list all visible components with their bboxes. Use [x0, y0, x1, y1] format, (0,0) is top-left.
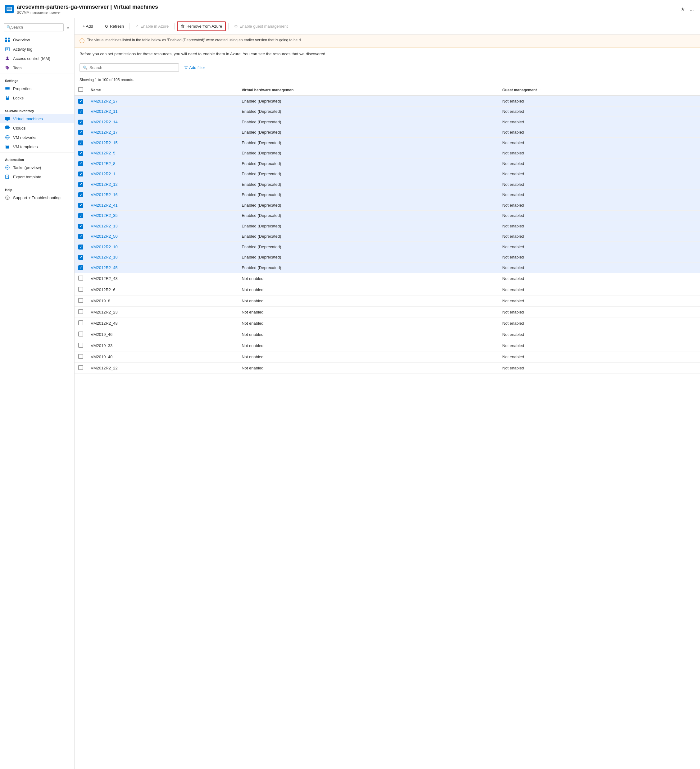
row-checkbox[interactable] [78, 309, 83, 314]
row-name[interactable]: VM2012R2_1 [87, 169, 238, 179]
add-filter-button[interactable]: ▽ Add filter [181, 64, 208, 71]
row-checkbox[interactable] [78, 245, 83, 249]
table-row[interactable]: VM2012R2_6Not enabledNot enabled [74, 284, 700, 295]
table-row[interactable]: VM2019_8Not enabledNot enabled [74, 295, 700, 306]
vm-link[interactable]: VM2012R2_18 [91, 255, 118, 259]
table-row[interactable]: VM2012R2_48Not enabledNot enabled [74, 317, 700, 329]
sidebar-item-properties[interactable]: Properties [0, 84, 74, 93]
row-checkbox[interactable] [78, 255, 83, 260]
row-checkbox[interactable] [78, 213, 83, 218]
table-row[interactable]: VM2012R2_41Enabled (Deprecated)Not enabl… [74, 200, 700, 211]
table-row[interactable]: VM2019_40Not enabledNot enabled [74, 351, 700, 362]
enable-guest-button[interactable]: ⚙ Enable guest management [231, 22, 291, 31]
row-name[interactable]: VM2012R2_14 [87, 117, 238, 127]
vm-link[interactable]: VM2012R2_27 [91, 99, 118, 103]
row-checkbox[interactable] [78, 354, 83, 359]
table-row[interactable]: VM2012R2_1Enabled (Deprecated)Not enable… [74, 169, 700, 179]
vm-link[interactable]: VM2012R2_17 [91, 130, 118, 135]
vm-link[interactable]: VM2012R2_12 [91, 182, 118, 187]
row-checkbox[interactable] [78, 130, 83, 135]
row-name[interactable]: VM2012R2_50 [87, 231, 238, 242]
table-row[interactable]: VM2012R2_16Enabled (Deprecated)Not enabl… [74, 190, 700, 200]
row-checkbox[interactable] [78, 203, 83, 208]
sidebar-item-overview[interactable]: Overview [0, 35, 74, 44]
header-name[interactable]: Name ↕ [87, 85, 238, 96]
vm-link[interactable]: VM2012R2_41 [91, 203, 118, 208]
row-name[interactable]: VM2012R2_16 [87, 190, 238, 200]
header-guest[interactable]: Guest management ↕ [498, 85, 700, 96]
row-name[interactable]: VM2012R2_8 [87, 158, 238, 169]
row-checkbox[interactable] [78, 320, 83, 325]
table-row[interactable]: VM2012R2_50Enabled (Deprecated)Not enabl… [74, 231, 700, 242]
sidebar-search-box[interactable]: 🔍 [4, 23, 64, 31]
favorite-button[interactable]: ★ [679, 5, 686, 13]
list-search-input-wrapper[interactable]: 🔍 [80, 63, 179, 72]
vm-link[interactable]: VM2012R2_13 [91, 224, 118, 228]
table-row[interactable]: VM2012R2_23Not enabledNot enabled [74, 306, 700, 317]
row-name[interactable]: VM2012R2_17 [87, 127, 238, 138]
table-row[interactable]: VM2012R2_22Not enabledNot enabled [74, 362, 700, 373]
sidebar-item-vm-templates[interactable]: VM templates [0, 142, 74, 151]
row-name[interactable]: VM2012R2_45 [87, 262, 238, 273]
row-name[interactable]: VM2012R2_41 [87, 200, 238, 211]
row-checkbox[interactable] [78, 151, 83, 156]
row-checkbox[interactable] [78, 265, 83, 270]
refresh-button[interactable]: ↻ Refresh [101, 22, 127, 31]
sidebar-item-locks[interactable]: Locks [0, 93, 74, 103]
row-name[interactable]: VM2012R2_27 [87, 96, 238, 106]
sidebar-search-input[interactable] [11, 25, 61, 29]
table-row[interactable]: VM2012R2_8Enabled (Deprecated)Not enable… [74, 158, 700, 169]
row-checkbox[interactable] [78, 224, 83, 229]
table-row[interactable]: VM2019_46Not enabledNot enabled [74, 329, 700, 340]
row-checkbox[interactable] [78, 109, 83, 114]
row-name[interactable]: VM2012R2_35 [87, 210, 238, 221]
row-checkbox[interactable] [78, 287, 83, 292]
table-row[interactable]: VM2012R2_10Enabled (Deprecated)Not enabl… [74, 242, 700, 252]
row-name[interactable]: VM2012R2_13 [87, 221, 238, 232]
row-checkbox[interactable] [78, 140, 83, 145]
sidebar-item-iam[interactable]: Access control (IAM) [0, 54, 74, 63]
sidebar-item-activity-log[interactable]: Activity log [0, 44, 74, 54]
vm-link[interactable]: VM2012R2_35 [91, 213, 118, 218]
table-row[interactable]: VM2012R2_15Enabled (Deprecated)Not enabl… [74, 138, 700, 148]
row-checkbox[interactable] [78, 234, 83, 239]
table-row[interactable]: VM2012R2_14Enabled (Deprecated)Not enabl… [74, 117, 700, 127]
vm-link[interactable]: VM2012R2_50 [91, 234, 118, 239]
vm-link[interactable]: VM2012R2_1 [91, 172, 116, 176]
more-button[interactable]: ... [689, 5, 695, 13]
row-checkbox[interactable] [78, 182, 83, 187]
row-checkbox[interactable] [78, 161, 83, 166]
table-row[interactable]: VM2012R2_12Enabled (Deprecated)Not enabl… [74, 179, 700, 190]
table-row[interactable]: VM2012R2_27Enabled (Deprecated)Not enabl… [74, 96, 700, 106]
sidebar-item-clouds[interactable]: Clouds [0, 123, 74, 133]
table-row[interactable]: VM2012R2_17Enabled (Deprecated)Not enabl… [74, 127, 700, 138]
row-checkbox[interactable] [78, 172, 83, 177]
sidebar-item-tags[interactable]: Tags [0, 63, 74, 72]
header-checkbox[interactable] [78, 87, 83, 92]
row-checkbox[interactable] [78, 343, 83, 347]
sidebar-item-vm-networks[interactable]: VM networks [0, 133, 74, 142]
row-name[interactable]: VM2012R2_15 [87, 138, 238, 148]
table-row[interactable]: VM2012R2_45Enabled (Deprecated)Not enabl… [74, 262, 700, 273]
remove-azure-button[interactable]: 🗑 Remove from Azure [177, 21, 226, 31]
table-row[interactable]: VM2019_33Not enabledNot enabled [74, 340, 700, 351]
table-row[interactable]: VM2012R2_13Enabled (Deprecated)Not enabl… [74, 221, 700, 232]
table-row[interactable]: VM2012R2_35Enabled (Deprecated)Not enabl… [74, 210, 700, 221]
vm-link[interactable]: VM2012R2_8 [91, 161, 116, 166]
vm-link[interactable]: VM2012R2_11 [91, 109, 118, 114]
sidebar-item-tasks[interactable]: Tasks (preview) [0, 163, 74, 172]
table-row[interactable]: VM2012R2_5Enabled (Deprecated)Not enable… [74, 148, 700, 158]
vm-link[interactable]: VM2012R2_5 [91, 151, 116, 155]
row-name[interactable]: VM2012R2_5 [87, 148, 238, 158]
vm-link[interactable]: VM2012R2_15 [91, 140, 118, 145]
enable-azure-button[interactable]: ✓ Enable in Azure [132, 22, 172, 31]
table-row[interactable]: VM2012R2_18Enabled (Deprecated)Not enabl… [74, 252, 700, 262]
row-name[interactable]: VM2012R2_10 [87, 242, 238, 252]
row-checkbox[interactable] [78, 99, 83, 104]
row-name[interactable]: VM2012R2_11 [87, 106, 238, 117]
list-search-field[interactable] [90, 65, 175, 70]
add-button[interactable]: + Add [80, 22, 96, 31]
row-checkbox[interactable] [78, 120, 83, 125]
row-name[interactable]: VM2012R2_12 [87, 179, 238, 190]
sidebar-item-support[interactable]: ? Support + Troubleshooting [0, 193, 74, 202]
